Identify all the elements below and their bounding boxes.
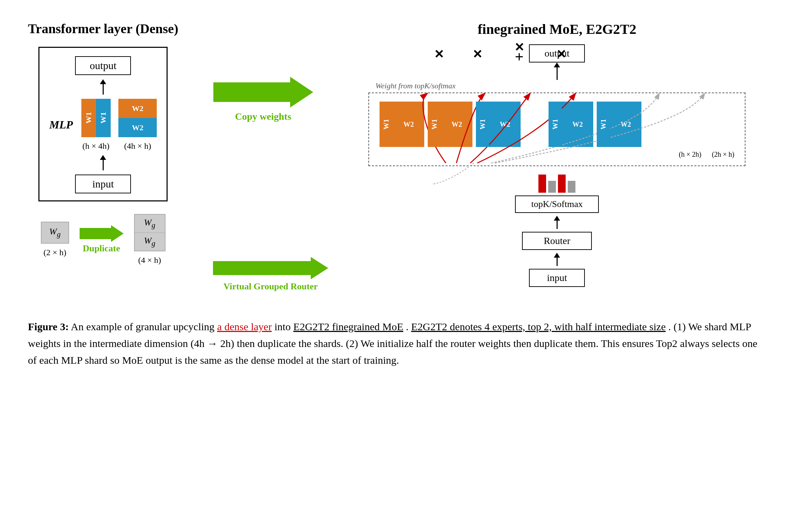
exp1-w2: W2 — [393, 102, 424, 147]
exp3-w1: W1 — [476, 102, 489, 147]
expert5: W1 W2 — [597, 102, 641, 147]
wg-single-box: Wg — [41, 222, 69, 244]
expert4: W1 W2 — [549, 102, 593, 147]
vgr-arrow-group: Virtual Grouped Router — [213, 257, 328, 292]
svg-text:✕: ✕ — [514, 41, 524, 54]
moe-dashed-container: Weight from topK/softmax + ✕ ✕ ✕ ✕ — [368, 81, 745, 290]
exp5-w2: W2 — [610, 102, 641, 147]
w1-orange: W1 — [81, 99, 96, 137]
caption-text2: into — [274, 321, 293, 332]
duplicate-arrow — [80, 225, 124, 242]
moe-inner: Weight from topK/softmax + ✕ ✕ ✕ ✕ — [368, 81, 745, 290]
expert2: W1 W2 — [428, 102, 472, 147]
dim1-label: (h × 4h) — [82, 141, 110, 151]
vline — [103, 84, 104, 95]
vgr-label: Virtual Grouped Router — [223, 281, 318, 292]
svg-text:✕: ✕ — [434, 48, 444, 61]
left-title: Transformer layer (Dense) — [28, 21, 178, 36]
caption-label: Figure 3: — [28, 321, 69, 332]
caption-underline2: E2G2T2 denotes 4 experts, top 2, with ha… — [411, 321, 666, 332]
exp1-w1: W1 — [380, 102, 393, 147]
dim2-label: (4h × h) — [124, 141, 152, 151]
wg-dim-label: (2 × h) — [44, 248, 67, 257]
copy-weights-label: Copy weights — [235, 111, 291, 122]
duplicate-label: Duplicate — [83, 243, 120, 254]
center-arrow-group: Copy weights — [206, 77, 320, 122]
topk-to-router-arrow — [554, 216, 560, 229]
main-container: Transformer layer (Dense) output MLP W1 — [28, 21, 766, 369]
dense-layer-box: output MLP W1 W1 (h × 4h) — [38, 47, 168, 201]
vgr-arrow-head — [311, 257, 328, 279]
input-to-router-arrow — [554, 253, 560, 266]
topk-bars — [538, 172, 575, 193]
mlp-label: MLP — [49, 99, 73, 151]
dense-output-box: output — [75, 56, 131, 75]
moe-output-group: output — [529, 44, 585, 81]
weight-from-topk-label: Weight from topK/softmax — [375, 81, 455, 90]
exp2-block: W1 W2 — [428, 102, 472, 147]
input-to-mlp-arrow — [100, 155, 106, 170]
arrow-head — [111, 225, 124, 242]
vline-input — [557, 258, 558, 266]
arrow-body — [80, 228, 111, 239]
wg-bottom-row: Wg (2 × h) Duplicate Wg Wg — [41, 214, 166, 265]
w2-blue: W2 — [118, 118, 157, 137]
experts-row: W1 W2 W1 W2 — [380, 102, 734, 147]
wg-single-group: Wg (2 × h) — [41, 222, 69, 257]
dense-input-box: input — [75, 175, 131, 193]
topk-center: topK/Softmax Router — [515, 172, 599, 287]
arrowhead-topk — [554, 216, 560, 221]
caption-underline1: E2G2T2 finegrained MoE — [293, 321, 403, 332]
moe-title: finegrained MoE, E2G2T2 — [478, 21, 636, 37]
exp3-w2: W2 — [489, 102, 521, 147]
exp2-w2: W2 — [441, 102, 472, 147]
wg-stack-dim-label: (4 × h) — [138, 256, 161, 265]
caption-underline-red: a dense layer — [217, 321, 272, 332]
duplicate-arrow-group: Duplicate — [76, 225, 127, 254]
router-box: Router — [522, 232, 592, 250]
moe-input-box: input — [529, 269, 585, 287]
arrowhead-moe-out — [554, 62, 560, 67]
exp3-block: W1 W2 — [476, 102, 521, 147]
w2-orange: W2 — [118, 99, 157, 118]
arrow-head-big — [290, 77, 313, 108]
w1-blue: W1 — [96, 99, 111, 137]
bar-gray-1 — [548, 181, 556, 193]
mlp-to-output-arrow — [100, 79, 106, 95]
dim-small1: (h × 2h) — [679, 150, 701, 158]
wg-stack-group: Wg Wg (4 × h) — [134, 214, 166, 265]
caption-area: Figure 3: An example of granular upcycli… — [28, 318, 761, 369]
vgr-arrow — [213, 257, 328, 279]
topk-box: topK/Softmax — [515, 195, 599, 213]
dim-labels-row: (h × 2h) (2h × h) — [380, 149, 734, 158]
diagram-area: Transformer layer (Dense) output MLP W1 — [28, 21, 766, 290]
vgr-arrow-body — [213, 261, 311, 275]
expert1: W1 W2 — [380, 102, 424, 147]
left-section: Transformer layer (Dense) output MLP W1 — [28, 21, 178, 265]
svg-text:+: + — [515, 48, 524, 65]
vline-moe-out — [557, 67, 558, 80]
arrow-body-big — [213, 82, 290, 102]
arrowhead2 — [100, 155, 106, 160]
topk-section: topK/Softmax Router — [515, 172, 599, 287]
arrowhead-input — [554, 253, 560, 258]
wg-stack-box: Wg Wg — [134, 214, 166, 251]
exp1-block: W1 W2 — [380, 102, 424, 147]
dim-small2: (2h × h) — [712, 150, 735, 158]
exp4-block: W1 W2 — [549, 102, 593, 147]
caption-text3: . — [406, 321, 411, 332]
w1-block: W1 W1 — [81, 99, 111, 137]
dashed-expert-box: + ✕ ✕ ✕ ✕ — [368, 93, 745, 166]
svg-text:✕: ✕ — [472, 48, 482, 61]
bar-red-2 — [558, 175, 566, 193]
vline2 — [103, 160, 104, 170]
mlp-row: MLP W1 W1 (h × 4h) W2 W2 — [49, 99, 157, 151]
exp5-block: W1 W2 — [597, 102, 641, 147]
exp5-w1: W1 — [597, 102, 610, 147]
right-section: finegrained MoE, E2G2T2 output Weight fr… — [348, 21, 766, 290]
bar-red-1 — [538, 175, 546, 193]
exp4-w1: W1 — [549, 102, 562, 147]
caption-text1: An example of granular upcycling — [71, 321, 217, 332]
moe-out-arrow — [554, 62, 560, 80]
w2-stack: W2 W2 — [118, 99, 157, 137]
